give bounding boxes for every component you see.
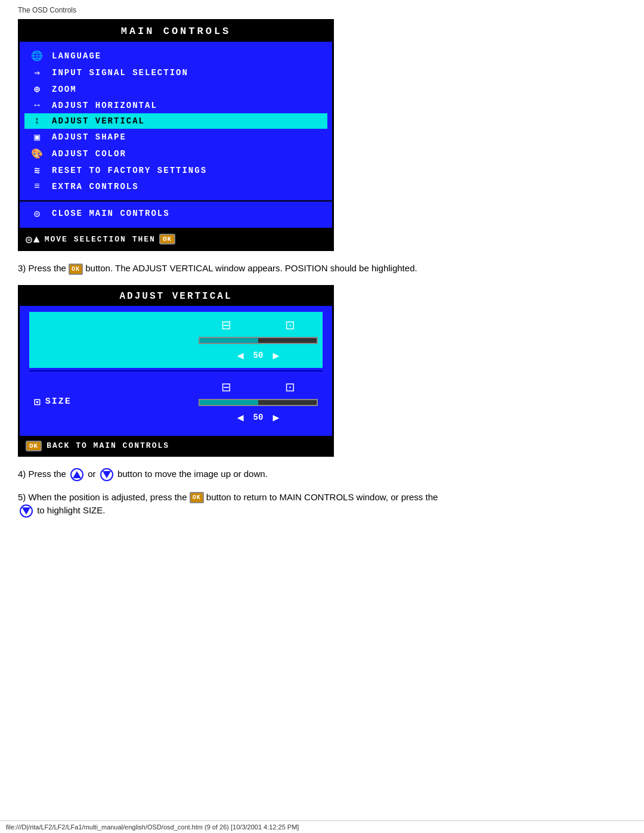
- main-controls-body: 🌐 LANGUAGE ⇒ INPUT SIGNAL SELECTION ⊕ ZO…: [20, 42, 332, 200]
- position-label: POSITION: [45, 335, 98, 345]
- footer-text: MOVE SELECTION THEN: [45, 235, 156, 244]
- size-row: ⊡ SIZE ⊟ ⊡ ◀ 50 ▶: [29, 374, 323, 430]
- close-section: ◎ CLOSE MAIN CONTROLS: [20, 202, 332, 228]
- position-controls: ⊟ ⊡ ◀ 50 ▶: [199, 318, 318, 362]
- close-item: ◎ CLOSE MAIN CONTROLS: [24, 205, 327, 222]
- menu-label-vertical: ADJUST VERTICAL: [52, 116, 145, 126]
- position-label-container: ⊙ POSITION: [34, 333, 112, 346]
- horizontal-icon: ↔: [29, 100, 46, 111]
- size-icons-row: ⊟ ⊡: [221, 380, 295, 394]
- size-icon-left: ⊟: [221, 380, 231, 394]
- menu-item-horizontal: ↔ ADJUST HORIZONTAL: [24, 98, 327, 113]
- menu-label-language: LANGUAGE: [52, 51, 101, 61]
- position-progress-fill: [200, 338, 258, 343]
- vertical-icon: ↕: [29, 116, 46, 126]
- position-icon: ⊙: [34, 333, 42, 346]
- adjust-vertical-osd: ADJUST VERTICAL ⊙ POSITION ⊟ ⊡ ◀ 50: [18, 285, 334, 457]
- footer-icons: ◎▲: [26, 233, 41, 246]
- ok-badge-instruction-3: OK: [69, 264, 83, 275]
- instruction-4: 4) Press the or button to move the image…: [18, 467, 626, 481]
- position-icons-row: ⊟ ⊡: [221, 318, 295, 332]
- adjust-vertical-title: ADJUST VERTICAL: [20, 287, 332, 306]
- menu-item-reset: ≋ RESET TO FACTORY SETTINGS: [24, 162, 327, 179]
- position-row: ⊙ POSITION ⊟ ⊡ ◀ 50 ▶: [29, 312, 323, 368]
- size-label-container: ⊡ SIZE: [34, 395, 112, 408]
- menu-label-horizontal: ADJUST HORIZONTAL: [52, 101, 157, 110]
- menu-label-color: ADJUST COLOR: [52, 149, 126, 159]
- size-controls: ⊟ ⊡ ◀ 50 ▶: [199, 380, 318, 424]
- up-arrow-icon: [70, 467, 83, 481]
- menu-label-extra: EXTRA CONTROLS: [52, 182, 139, 191]
- position-value: 50: [253, 351, 264, 360]
- main-controls-title: MAIN CONTROLS: [20, 21, 332, 42]
- position-right-arrow: ▶: [273, 349, 279, 362]
- size-value: 50: [253, 413, 264, 422]
- adj-divider: [29, 370, 323, 371]
- position-progress-bar: [199, 337, 318, 344]
- instruction-5: 5) When the position is adjusted, press …: [18, 491, 626, 518]
- position-icon-right: ⊡: [285, 318, 295, 332]
- ok-badge-main: OK: [159, 234, 175, 244]
- down-arrow-icon: [100, 467, 113, 481]
- size-progress-bar: [199, 399, 318, 406]
- size-icon: ⊡: [34, 395, 42, 408]
- menu-label-input: INPUT SIGNAL SELECTION: [52, 68, 188, 78]
- color-icon: 🎨: [29, 148, 46, 160]
- extra-icon: ≡: [29, 181, 46, 192]
- status-bar-text: file:///D|/rita/LF2/LF2/LFa1/multi_manua…: [6, 823, 299, 831]
- menu-item-input: ⇒ INPUT SIGNAL SELECTION: [24, 64, 327, 81]
- menu-item-vertical: ↕ ADJUST VERTICAL: [24, 113, 327, 129]
- shape-icon: ▣: [29, 131, 46, 143]
- adjust-vertical-footer: OK BACK TO MAIN CONTROLS: [20, 437, 332, 455]
- size-right-arrow: ▶: [273, 411, 279, 424]
- menu-item-zoom: ⊕ ZOOM: [24, 81, 327, 98]
- size-icon-right: ⊡: [285, 380, 295, 394]
- close-label: CLOSE MAIN CONTROLS: [52, 209, 170, 218]
- main-controls-osd: MAIN CONTROLS 🌐 LANGUAGE ⇒ INPUT SIGNAL …: [18, 19, 334, 251]
- size-label: SIZE: [45, 397, 72, 407]
- adj-footer-text: BACK TO MAIN CONTROLS: [47, 441, 169, 450]
- menu-item-color: 🎨 ADJUST COLOR: [24, 145, 327, 162]
- menu-item-language: 🌐 LANGUAGE: [24, 48, 327, 64]
- position-left-arrow: ◀: [237, 349, 244, 362]
- menu-item-extra: ≡ EXTRA CONTROLS: [24, 179, 327, 194]
- size-left-arrow: ◀: [237, 411, 244, 424]
- adjust-vertical-body: ⊙ POSITION ⊟ ⊡ ◀ 50 ▶: [20, 306, 332, 436]
- reset-icon: ≋: [29, 165, 46, 176]
- menu-label-reset: RESET TO FACTORY SETTINGS: [52, 166, 207, 175]
- status-bar: file:///D|/rita/LF2/LF2/LFa1/multi_manua…: [0, 820, 644, 833]
- main-controls-footer: ◎▲ MOVE SELECTION THEN OK: [20, 229, 332, 249]
- position-value-row: ◀ 50 ▶: [237, 349, 280, 362]
- size-progress-fill: [200, 400, 258, 405]
- ok-badge-instruction-5: OK: [190, 492, 204, 503]
- page-title: The OSD Controls: [18, 6, 626, 14]
- size-value-row: ◀ 50 ▶: [237, 411, 280, 424]
- instruction-3: 3) Press the OK button. The ADJUST VERTI…: [18, 262, 626, 275]
- zoom-icon: ⊕: [29, 83, 46, 95]
- down-arrow-icon-5: [20, 504, 33, 518]
- close-icon: ◎: [29, 208, 46, 219]
- menu-label-shape: ADJUST SHAPE: [52, 132, 126, 142]
- menu-item-shape: ▣ ADJUST SHAPE: [24, 129, 327, 145]
- menu-label-zoom: ZOOM: [52, 85, 77, 94]
- language-icon: 🌐: [29, 50, 46, 62]
- position-icon-left: ⊟: [221, 318, 231, 332]
- input-icon: ⇒: [29, 67, 46, 79]
- ok-badge-adj-footer: OK: [26, 441, 42, 451]
